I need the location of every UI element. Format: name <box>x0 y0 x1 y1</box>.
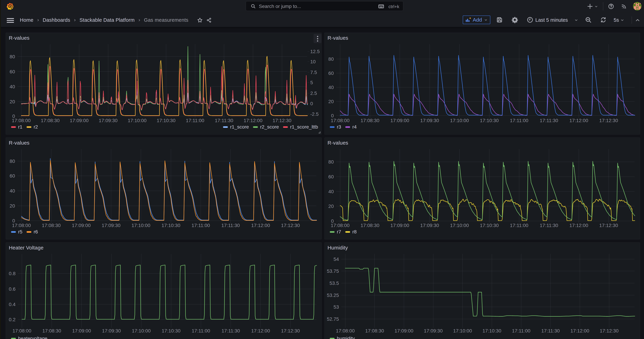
svg-text:17:10:30: 17:10:30 <box>480 118 499 123</box>
svg-text:17:12:00: 17:12:00 <box>251 223 270 228</box>
svg-text:17:08:30: 17:08:30 <box>361 118 380 123</box>
svg-text:17:11:00: 17:11:00 <box>510 223 528 228</box>
svg-text:80: 80 <box>10 54 15 59</box>
svg-text:17:10:00: 17:10:00 <box>128 118 146 123</box>
svg-text:52.75: 52.75 <box>327 316 339 322</box>
svg-text:17:09:00: 17:09:00 <box>394 328 414 334</box>
svg-text:17:09:00: 17:09:00 <box>72 328 91 334</box>
svg-text:17:10:30: 17:10:30 <box>162 223 180 228</box>
svg-text:0.4: 0.4 <box>9 302 16 307</box>
svg-text:20: 20 <box>328 99 334 104</box>
svg-text:80: 80 <box>10 158 15 164</box>
svg-text:17:12:30: 17:12:30 <box>600 328 619 334</box>
svg-text:10: 10 <box>310 59 316 64</box>
svg-text:17:08:00: 17:08:00 <box>12 328 32 334</box>
svg-text:17:11:00: 17:11:00 <box>512 328 530 334</box>
svg-text:17:11:00: 17:11:00 <box>510 118 528 123</box>
svg-text:17:11:30: 17:11:30 <box>542 328 560 334</box>
svg-text:17:10:30: 17:10:30 <box>482 328 501 334</box>
svg-text:17:11:30: 17:11:30 <box>540 223 558 228</box>
svg-text:17:12:00: 17:12:00 <box>251 328 270 334</box>
svg-text:17:12:00: 17:12:00 <box>570 328 589 334</box>
svg-text:40: 40 <box>10 84 15 89</box>
svg-text:40: 40 <box>328 189 334 194</box>
svg-text:17:08:30: 17:08:30 <box>365 328 384 334</box>
svg-text:17:10:00: 17:10:00 <box>453 328 472 334</box>
svg-text:0.2: 0.2 <box>9 317 16 322</box>
svg-text:53: 53 <box>334 304 339 310</box>
svg-text:17:12:30: 17:12:30 <box>281 223 300 228</box>
svg-text:20: 20 <box>10 99 15 104</box>
svg-text:54: 54 <box>334 256 339 262</box>
svg-text:17:08:30: 17:08:30 <box>41 118 60 123</box>
svg-text:17:12:30: 17:12:30 <box>281 328 300 334</box>
svg-text:17:08:30: 17:08:30 <box>361 223 380 228</box>
svg-text:17:08:00: 17:08:00 <box>12 223 31 228</box>
svg-text:80: 80 <box>328 56 334 62</box>
svg-text:0: 0 <box>310 101 313 106</box>
svg-text:17:09:00: 17:09:00 <box>390 118 409 123</box>
svg-text:17:12:00: 17:12:00 <box>570 223 588 228</box>
svg-text:17:12:30: 17:12:30 <box>273 118 292 123</box>
svg-text:0.8: 0.8 <box>9 271 16 276</box>
svg-text:17:10:00: 17:10:00 <box>132 328 151 334</box>
svg-text:17:10:00: 17:10:00 <box>132 223 150 228</box>
svg-text:17:11:00: 17:11:00 <box>192 328 210 334</box>
svg-text:17:10:30: 17:10:30 <box>480 223 499 228</box>
svg-text:20: 20 <box>10 203 15 208</box>
svg-text:17:09:00: 17:09:00 <box>390 223 409 228</box>
svg-text:17:09:30: 17:09:30 <box>420 118 439 123</box>
svg-text:60: 60 <box>328 174 334 180</box>
svg-text:17:08:00: 17:08:00 <box>12 118 31 123</box>
svg-text:17:10:00: 17:10:00 <box>450 223 469 228</box>
svg-text:17:11:30: 17:11:30 <box>540 118 558 123</box>
svg-text:80: 80 <box>328 159 334 164</box>
svg-text:5: 5 <box>310 80 313 85</box>
svg-text:17:09:30: 17:09:30 <box>102 223 120 228</box>
svg-text:17:12:30: 17:12:30 <box>599 223 618 228</box>
svg-text:40: 40 <box>328 85 334 90</box>
svg-text:17:11:00: 17:11:00 <box>186 118 204 123</box>
svg-text:17:08:30: 17:08:30 <box>42 223 61 228</box>
svg-text:60: 60 <box>10 173 15 178</box>
svg-text:12.5: 12.5 <box>310 49 320 54</box>
svg-text:40: 40 <box>10 188 15 194</box>
svg-text:17:09:30: 17:09:30 <box>99 118 118 123</box>
svg-text:17:08:30: 17:08:30 <box>42 328 61 334</box>
svg-text:17:08:00: 17:08:00 <box>336 328 355 334</box>
svg-text:53.25: 53.25 <box>327 292 339 298</box>
svg-text:17:11:30: 17:11:30 <box>222 223 240 228</box>
svg-text:17:12:00: 17:12:00 <box>570 118 588 123</box>
svg-text:17:10:00: 17:10:00 <box>450 118 469 123</box>
svg-text:7.5: 7.5 <box>310 70 317 75</box>
svg-text:17:09:00: 17:09:00 <box>72 223 91 228</box>
svg-text:53.75: 53.75 <box>327 268 339 274</box>
svg-text:60: 60 <box>10 69 15 74</box>
svg-text:17:09:00: 17:09:00 <box>70 118 89 123</box>
svg-text:17:09:30: 17:09:30 <box>420 223 439 228</box>
svg-text:17:11:00: 17:11:00 <box>192 223 210 228</box>
svg-text:0: 0 <box>331 113 334 118</box>
svg-text:0.6: 0.6 <box>9 286 16 292</box>
svg-text:17:09:30: 17:09:30 <box>424 328 443 334</box>
svg-text:17:11:30: 17:11:30 <box>222 328 240 334</box>
svg-text:17:08:00: 17:08:00 <box>331 223 350 228</box>
svg-text:17:10:30: 17:10:30 <box>157 118 176 123</box>
svg-text:17:11:30: 17:11:30 <box>215 118 233 123</box>
svg-text:17:08:00: 17:08:00 <box>331 118 350 123</box>
svg-text:17:10:30: 17:10:30 <box>162 328 180 334</box>
svg-text:53.5: 53.5 <box>330 280 339 286</box>
svg-text:2.5: 2.5 <box>310 90 317 96</box>
svg-text:17:09:30: 17:09:30 <box>102 328 121 334</box>
svg-text:17:12:00: 17:12:00 <box>244 118 262 123</box>
svg-text:-2.5: -2.5 <box>310 112 318 117</box>
svg-text:60: 60 <box>328 70 334 76</box>
svg-text:20: 20 <box>328 204 334 209</box>
svg-text:17:12:30: 17:12:30 <box>599 118 618 123</box>
